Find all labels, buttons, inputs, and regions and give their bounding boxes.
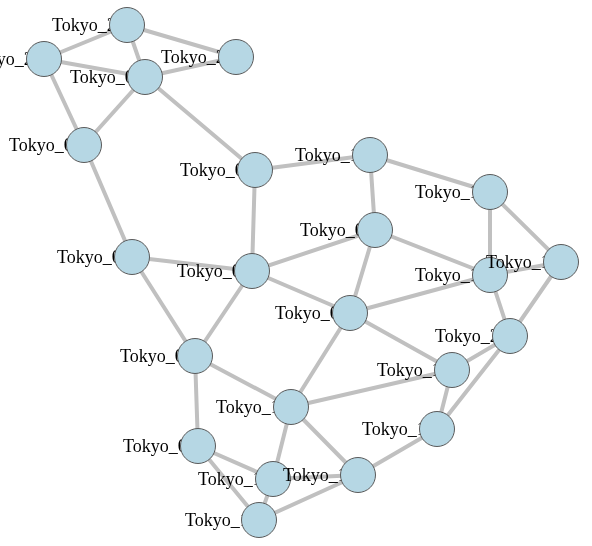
node-circle[interactable]: [177, 338, 213, 374]
node-circle[interactable]: [234, 253, 270, 289]
graph-node: Tokyo_02: [57, 239, 150, 275]
graph-node: Tokyo_13: [216, 389, 309, 425]
graph-node: Tokyo_03: [120, 338, 213, 374]
node-circle[interactable]: [255, 461, 291, 497]
node-circle[interactable]: [218, 39, 254, 75]
node-circle[interactable]: [357, 212, 393, 248]
graph-node: Tokyo_11: [185, 502, 277, 538]
node-circle[interactable]: [434, 352, 470, 388]
node-circle[interactable]: [543, 244, 579, 280]
graph-node: Tokyo_09: [123, 428, 216, 464]
node-circle[interactable]: [273, 389, 309, 425]
graph-node: Tokyo_07: [70, 59, 163, 95]
graph-node: Tokyo_08: [9, 127, 102, 163]
graph-node: Tokyo_15: [362, 411, 455, 447]
node-circle[interactable]: [114, 239, 150, 275]
graph-node: Tokyo_21: [161, 39, 254, 75]
edge: [350, 275, 490, 313]
graph-node: Tokyo_01: [177, 253, 270, 289]
graph-node: Tokyo_16: [415, 257, 508, 293]
graph-node: Tokyo_10: [198, 461, 291, 497]
graph-node: Tokyo_05: [300, 212, 393, 248]
node-circle[interactable]: [340, 457, 376, 493]
graph-node: Tokyo_14: [377, 352, 470, 388]
edge: [252, 230, 375, 271]
graph-node: Tokyo_12: [283, 457, 376, 493]
graph-node: Tokyo_18: [295, 137, 388, 173]
graph-node: Tokyo_20: [435, 318, 528, 354]
node-circle[interactable]: [109, 7, 145, 43]
graph-node: Tokyo_17: [415, 174, 508, 210]
edge: [291, 370, 452, 407]
edge: [145, 77, 255, 170]
graph-node: Tokyo_23: [0, 41, 62, 77]
node-circle[interactable]: [237, 152, 273, 188]
graph-node: Tokyo_04: [275, 295, 368, 331]
node-circle[interactable]: [180, 428, 216, 464]
node-circle[interactable]: [241, 502, 277, 538]
node-circle[interactable]: [66, 127, 102, 163]
node-circle[interactable]: [472, 174, 508, 210]
node-circle[interactable]: [472, 257, 508, 293]
network-graph: Tokyo_01Tokyo_02Tokyo_03Tokyo_04Tokyo_05…: [0, 0, 592, 546]
node-circle[interactable]: [352, 137, 388, 173]
graph-node: Tokyo_22: [52, 7, 145, 43]
node-circle[interactable]: [127, 59, 163, 95]
graph-node: Tokyo_06: [180, 152, 273, 188]
node-circle[interactable]: [492, 318, 528, 354]
node-circle[interactable]: [419, 411, 455, 447]
node-circle[interactable]: [26, 41, 62, 77]
node-circle[interactable]: [332, 295, 368, 331]
